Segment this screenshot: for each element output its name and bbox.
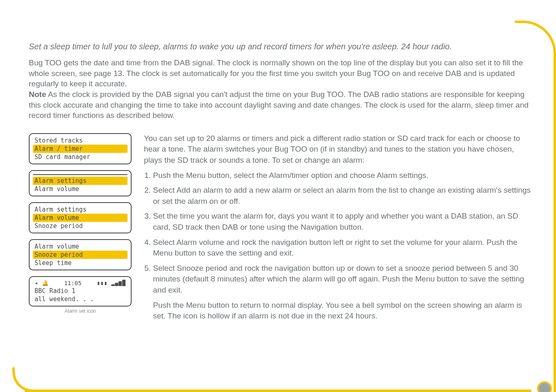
lcd-row: all weekend. . . bbox=[33, 295, 127, 303]
body-intro: You can set up to 20 alarms or timers an… bbox=[144, 133, 531, 166]
lcd-row: Alarm settings bbox=[33, 205, 127, 214]
page-accent-circle bbox=[537, 381, 552, 392]
lcd-row: Alarm volume bbox=[33, 242, 127, 251]
lcd-row: Alarm volume bbox=[33, 185, 127, 193]
lcd-row: Stored tracks bbox=[33, 136, 127, 145]
step-item: Select Alarm volume and rock the navigat… bbox=[153, 237, 531, 259]
lcd-divider bbox=[33, 174, 127, 175]
lcd-screen-status: ◂ 🔔 11:05 ▮▮▮ ▂▄▆█ BBC Radio 1 all weeke… bbox=[29, 276, 132, 307]
lcd-row-highlight: Snooze period bbox=[33, 251, 127, 259]
lcd-status-bar: ◂ 🔔 11:05 ▮▮▮ ▂▄▆█ bbox=[33, 279, 127, 287]
sidebar: Stored tracks Alarm / timer SD card mana… bbox=[29, 133, 132, 326]
page-tagline: Set a sleep timer to lull you to sleep, … bbox=[29, 41, 531, 52]
lcd-screen-menu-2: Alarm settings Alarm volume bbox=[29, 170, 132, 196]
status-icons-right: ▮▮▮ ▂▄▆█ bbox=[97, 280, 126, 286]
steps-list: Push the Menu button, select the Alarm/t… bbox=[144, 170, 531, 296]
status-clock: 11:05 bbox=[64, 280, 81, 286]
body-outro: Push the Menu button to return to normal… bbox=[144, 300, 531, 322]
lcd-screen-menu-3: Alarm settings Alarm volume Snooze perio… bbox=[29, 202, 132, 233]
step-item: Select Snooze period and rock the naviga… bbox=[153, 263, 531, 296]
lcd-row-highlight: Alarm volume bbox=[33, 214, 127, 222]
status-icons-left: ◂ 🔔 bbox=[35, 280, 49, 286]
lcd-row-highlight: Alarm settings bbox=[33, 177, 127, 185]
step-item: Select Add an alarm to add a new alarm o… bbox=[153, 185, 531, 207]
page-content: Set a sleep timer to lull you to sleep, … bbox=[29, 41, 535, 376]
lcd-screen-menu-4: Alarm volume Snooze period Sleep time bbox=[29, 239, 132, 270]
intro-paragraph-2: As the clock is provided by the DAB sign… bbox=[29, 90, 528, 120]
frame-edge-right bbox=[554, 58, 556, 392]
lcd-row: Sleep time bbox=[33, 259, 127, 267]
lcd-row: SD card manager bbox=[33, 153, 127, 161]
main-content: You can set up to 20 alarms or timers an… bbox=[144, 133, 531, 326]
step-item: Set the time you want the alarm for, day… bbox=[153, 211, 531, 233]
lcd-screen-menu-1: Stored tracks Alarm / timer SD card mana… bbox=[29, 133, 132, 164]
lcd-row: BBC Radio 1 bbox=[33, 287, 127, 295]
frame-corner-top bbox=[515, 21, 556, 62]
columns: Stored tracks Alarm / timer SD card mana… bbox=[29, 133, 531, 326]
step-item: Push the Menu button, select the Alarm/t… bbox=[153, 170, 531, 181]
lcd-row: Snooze period bbox=[33, 222, 127, 230]
intro-paragraph-1: Bug TOO gets the date and time from the … bbox=[29, 58, 523, 88]
frame-edge-bottom bbox=[25, 390, 531, 392]
intro-block: Bug TOO gets the date and time from the … bbox=[29, 58, 531, 121]
lcd-caption: Alarm set icon bbox=[29, 308, 132, 314]
lcd-row-highlight: Alarm / timer bbox=[33, 145, 127, 153]
note-label: Note bbox=[29, 90, 46, 99]
